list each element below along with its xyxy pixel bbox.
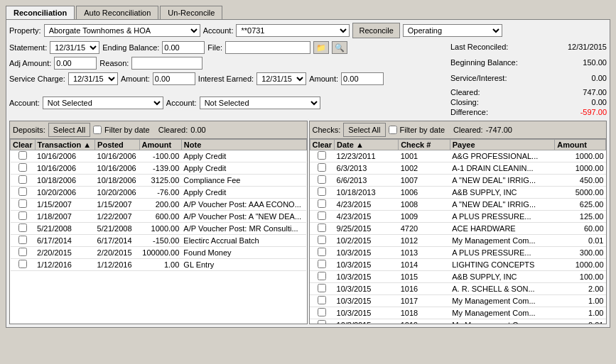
account-select[interactable]: **0731 <box>236 24 350 37</box>
table-row: 10/20/2006 10/20/2006 -76.00 Apply Credi… <box>11 187 307 199</box>
clear-cell[interactable] <box>310 259 335 271</box>
ending-balance-input[interactable] <box>162 41 205 54</box>
clear-cell[interactable] <box>310 271 335 283</box>
date-cell: 10/3/2015 <box>335 247 399 259</box>
clear-cell[interactable] <box>310 199 335 211</box>
interest-amount-label: Amount: <box>309 75 338 83</box>
reconcile-button[interactable]: Reconcile <box>352 23 399 38</box>
date-cell: 4/23/2015 <box>335 211 399 223</box>
clear-cell[interactable] <box>11 175 36 187</box>
date-cell: 10/2/2015 <box>335 235 399 247</box>
note-cell: Found Money <box>181 247 306 259</box>
clear-cell[interactable] <box>310 283 335 295</box>
table-row: 10/3/2015 1015 A&B SUPPLY, INC 100.00 <box>310 271 606 283</box>
posted-cell: 10/16/2006 <box>95 162 139 175</box>
clear-cell[interactable] <box>310 307 335 319</box>
clear-cell[interactable] <box>11 150 36 162</box>
payee-cell: ACE HARDWARE <box>450 223 555 235</box>
account1-select[interactable]: Not Selected <box>43 96 163 109</box>
property-select[interactable]: Aborgate Townhomes & HOA <box>44 24 200 37</box>
clear-cell[interactable] <box>11 247 36 259</box>
account-label: Account: <box>203 26 234 35</box>
clear-cell[interactable] <box>310 187 335 199</box>
table-row: 6/17/2014 6/17/2014 -150.00 Electirc Acc… <box>11 235 307 247</box>
clear-cell[interactable] <box>310 150 335 162</box>
checks-col-clear: Clear <box>310 140 335 150</box>
interest-date[interactable]: 12/31/15 <box>256 72 306 85</box>
amount-cell: 100.00 <box>555 271 606 283</box>
account1-label: Account: <box>9 99 40 107</box>
service-charge-date[interactable]: 12/31/15 <box>68 72 118 85</box>
clear-cell[interactable] <box>310 247 335 259</box>
reason-input[interactable] <box>131 57 202 70</box>
clear-cell[interactable] <box>11 223 36 235</box>
clear-cell[interactable] <box>310 211 335 223</box>
clear-cell[interactable] <box>310 319 335 324</box>
search-icon[interactable]: 🔍 <box>332 41 347 54</box>
transaction-cell: 10/16/2006 <box>35 162 95 175</box>
table-row: 10/3/2015 1013 A PLUS PRESSURE... 300.00 <box>310 247 606 259</box>
file-label: File: <box>207 43 222 52</box>
tab-reconciliation[interactable]: Reconciliation <box>6 6 75 19</box>
amount-cell: -139.00 <box>139 162 181 175</box>
table-row: 10/3/2015 1018 My Management Com... 1.00 <box>310 307 606 319</box>
service-amount-label: Amount: <box>121 75 150 83</box>
property-label: Property: <box>9 26 41 35</box>
table-row: 5/21/2008 5/21/2008 1000.00 A/P Voucher … <box>11 223 307 235</box>
table-row: 2/20/2015 2/20/2015 100000.00 Found Mone… <box>11 247 307 259</box>
table-row: 12/23/2011 1001 A&G PROFESSIONAL... 1000… <box>310 150 606 162</box>
clear-cell[interactable] <box>310 235 335 247</box>
file-input[interactable] <box>225 41 310 54</box>
payee-cell: A-1 DRAIN CLEANIN... <box>450 162 555 175</box>
checks-table-container[interactable]: Clear Date ▲ Check # Payee Amount 12/23/… <box>310 139 607 324</box>
clear-cell[interactable] <box>310 175 335 187</box>
check-cell: 4720 <box>399 223 450 235</box>
checks-col-amount: Amount <box>555 140 606 150</box>
date-cell: 10/3/2015 <box>335 295 399 307</box>
adj-amount-input[interactable] <box>54 57 97 70</box>
deposits-col-clear: Clear <box>11 140 36 150</box>
transaction-cell: 1/15/2007 <box>35 199 95 211</box>
tab-auto-reconciliation[interactable]: Auto Reconciliation <box>76 6 158 19</box>
service-amount-input[interactable] <box>153 72 195 85</box>
deposits-filter-checkbox[interactable] <box>93 126 102 134</box>
checks-filter-checkbox[interactable] <box>389 126 397 134</box>
folder-icon[interactable]: 📁 <box>313 41 329 54</box>
amount-cell: 1000.00 <box>555 150 606 162</box>
clear-cell[interactable] <box>310 223 335 235</box>
amount-cell: 300.00 <box>555 247 606 259</box>
clear-cell[interactable] <box>11 199 36 211</box>
payee-cell: My Management Com... <box>450 295 555 307</box>
clear-cell[interactable] <box>11 235 36 247</box>
checks-select-all[interactable]: Select All <box>343 123 385 137</box>
deposits-select-all[interactable]: Select All <box>48 123 90 137</box>
account2-select[interactable]: Not Selected <box>200 96 320 109</box>
clear-cell[interactable] <box>11 187 36 199</box>
deposits-table-container[interactable]: Clear Transaction ▲ Posted Amount Note 1… <box>10 139 307 324</box>
payee-cell: A&B SUPPLY, INC <box>450 271 555 283</box>
tab-un-reconcile[interactable]: Un-Reconcile <box>160 6 222 19</box>
transaction-cell: 5/21/2008 <box>35 223 95 235</box>
table-row: 6/3/2013 1002 A-1 DRAIN CLEANIN... 1000.… <box>310 162 606 175</box>
table-row: 9/25/2015 4720 ACE HARDWARE 60.00 <box>310 223 606 235</box>
checks-filter-label: Filter by date <box>400 126 445 134</box>
interest-amount-input[interactable] <box>341 72 384 85</box>
date-cell: 4/23/2015 <box>335 199 399 211</box>
statement-label: Statement: <box>9 43 47 52</box>
operating-select[interactable]: Operating <box>403 24 502 37</box>
clear-cell[interactable] <box>11 259 36 271</box>
clear-cell[interactable] <box>310 162 335 175</box>
payee-cell: My Management Com... <box>450 319 555 324</box>
posted-cell: 1/15/2007 <box>95 199 139 211</box>
check-cell: 1013 <box>399 247 450 259</box>
clear-cell[interactable] <box>310 295 335 307</box>
account2-label: Account: <box>166 99 197 107</box>
checks-cleared-label: Cleared: <box>453 126 483 134</box>
check-cell: 1008 <box>399 199 450 211</box>
deposits-cleared-value: 0.00 <box>190 126 205 134</box>
check-cell: 1012 <box>399 235 450 247</box>
last-reconciled-value: 12/31/2015 <box>564 43 607 51</box>
clear-cell[interactable] <box>11 211 36 223</box>
clear-cell[interactable] <box>11 162 36 175</box>
statement-date[interactable]: 12/31/15 <box>50 41 99 54</box>
